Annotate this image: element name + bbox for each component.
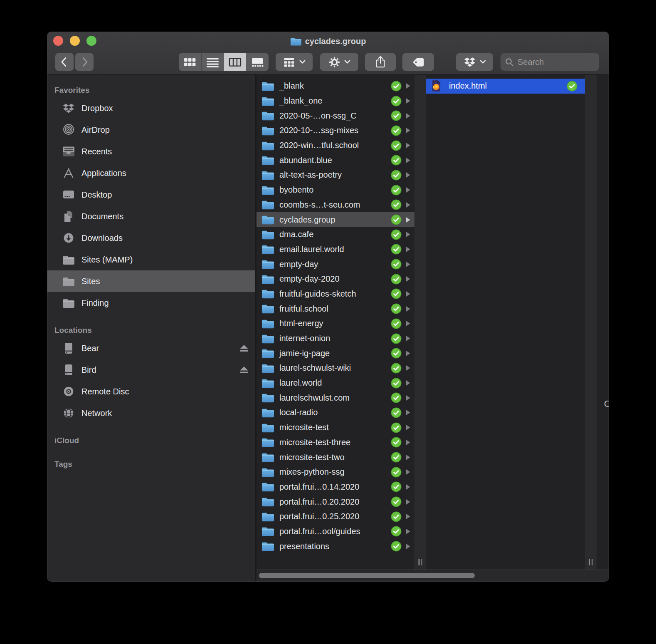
column-resize-handle[interactable] — [589, 559, 593, 565]
column-divider[interactable] — [414, 75, 426, 570]
sidebar-item-applications[interactable]: Applications — [47, 162, 255, 184]
sidebar-item-desktop[interactable]: Desktop — [47, 184, 255, 206]
chevron-right-icon[interactable] — [405, 290, 411, 297]
column-resize-handle[interactable] — [419, 559, 422, 565]
action-button[interactable] — [320, 53, 358, 71]
chevron-right-icon[interactable] — [405, 201, 411, 208]
tags-button[interactable] — [402, 53, 434, 71]
chevron-right-icon[interactable] — [405, 246, 411, 253]
group-button[interactable] — [276, 53, 313, 71]
chevron-right-icon[interactable] — [405, 157, 411, 164]
folder-row[interactable]: internet-onion — [256, 331, 414, 346]
horizontal-scrollbar-track[interactable] — [256, 570, 609, 581]
folder-row[interactable]: fruitful.school — [256, 301, 414, 316]
sidebar-item-documents[interactable]: Documents — [47, 206, 255, 227]
sidebar-item-remote-disc[interactable]: Remote Disc — [47, 381, 255, 402]
sidebar-item-airdrop[interactable]: AirDrop — [47, 119, 255, 141]
folder-row[interactable]: 2020-10-…ssg-mixes — [256, 123, 414, 138]
chevron-right-icon[interactable] — [405, 275, 411, 282]
chevron-right-icon[interactable] — [405, 483, 411, 490]
chevron-right-icon[interactable] — [405, 424, 411, 431]
chevron-right-icon[interactable] — [405, 335, 411, 342]
chevron-right-icon[interactable] — [405, 498, 411, 505]
chevron-right-icon[interactable] — [405, 454, 411, 461]
chevron-right-icon[interactable] — [405, 82, 411, 89]
sidebar-item-downloads[interactable]: Downloads — [47, 227, 255, 249]
folder-row[interactable]: laurel.world — [256, 376, 414, 391]
titlebar[interactable]: cyclades.group — [47, 32, 609, 75]
eject-icon[interactable] — [239, 366, 249, 374]
file-row[interactable]: index.html — [426, 79, 585, 94]
folder-row[interactable]: microsite-test — [256, 420, 414, 435]
folder-row[interactable]: _blank — [256, 79, 414, 94]
sidebar-item-network[interactable]: Network — [47, 402, 255, 424]
search-input[interactable] — [517, 57, 595, 67]
sidebar-item-sites-mamp-[interactable]: Sites (MAMP) — [47, 249, 255, 270]
view-columns-button[interactable] — [224, 53, 247, 71]
share-button[interactable] — [365, 53, 396, 71]
chevron-right-icon[interactable] — [405, 97, 411, 104]
chevron-right-icon[interactable] — [405, 261, 411, 268]
sidebar-item-bear[interactable]: Bear — [47, 337, 255, 359]
eject-icon[interactable] — [239, 344, 249, 353]
folder-row[interactable]: portal.frui…0.14.2020 — [256, 480, 414, 495]
sidebar-item-dropbox[interactable]: Dropbox — [47, 97, 255, 119]
folder-row[interactable]: microsite-test-three — [256, 435, 414, 450]
chevron-right-icon[interactable] — [405, 142, 411, 149]
folder-row[interactable]: abundant.blue — [256, 153, 414, 168]
folder-row[interactable]: alt-text-as-poetry — [256, 168, 414, 183]
folder-row[interactable]: fruitful-guides-sketch — [256, 287, 414, 302]
folder-row[interactable]: dma.cafe — [256, 227, 414, 242]
folder-row[interactable]: portal.frui…0.25.2020 — [256, 509, 414, 524]
chevron-right-icon[interactable] — [405, 127, 411, 134]
search-field[interactable] — [501, 53, 599, 71]
horizontal-scrollbar-thumb[interactable] — [259, 573, 475, 578]
chevron-right-icon[interactable] — [405, 186, 411, 193]
chevron-right-icon[interactable] — [405, 528, 411, 535]
folder-row[interactable]: empty-day-2020 — [256, 272, 414, 287]
chevron-right-icon[interactable] — [405, 320, 411, 327]
folder-row[interactable]: byobento — [256, 183, 414, 198]
folder-row[interactable]: _blank_one — [256, 94, 414, 109]
chevron-right-icon[interactable] — [405, 171, 411, 178]
view-icons-button[interactable] — [179, 53, 201, 71]
folder-row[interactable]: portal.frui…ool/guides — [256, 524, 414, 539]
dropbox-button[interactable] — [456, 53, 493, 71]
folder-row[interactable]: 2020-win…tful.school — [256, 138, 414, 153]
folder-row[interactable]: microsite-test-two — [256, 450, 414, 465]
chevron-right-icon[interactable] — [405, 468, 411, 476]
folder-row[interactable]: laurelschwulst.com — [256, 390, 414, 405]
forward-button[interactable] — [75, 53, 94, 71]
chevron-right-icon[interactable] — [405, 513, 411, 520]
chevron-right-icon[interactable] — [405, 543, 411, 550]
chevron-right-icon[interactable] — [405, 305, 411, 312]
back-button[interactable] — [55, 53, 74, 71]
chevron-right-icon[interactable] — [405, 364, 411, 372]
folder-row[interactable]: mixes-python-ssg — [256, 465, 414, 480]
folder-row[interactable]: email.laurel.world — [256, 242, 414, 257]
folder-row[interactable]: laurel-schwulst-wiki — [256, 361, 414, 376]
chevron-right-icon[interactable] — [405, 439, 411, 446]
folder-row[interactable]: jamie-ig-page — [256, 346, 414, 361]
chevron-right-icon[interactable] — [405, 231, 411, 238]
column-divider[interactable] — [585, 75, 597, 570]
chevron-right-icon[interactable] — [405, 409, 411, 416]
folder-row[interactable]: coombs-s…t-seu.com — [256, 198, 414, 213]
folder-row[interactable]: html-energy — [256, 316, 414, 331]
chevron-right-icon[interactable] — [405, 112, 411, 119]
sidebar-item-bird[interactable]: Bird — [47, 359, 255, 381]
chevron-right-icon[interactable] — [405, 350, 411, 357]
sidebar-item-recents[interactable]: Recents — [47, 141, 255, 162]
folder-row[interactable]: local-radio — [256, 405, 414, 420]
chevron-right-icon[interactable] — [405, 216, 411, 223]
folder-row[interactable]: cyclades.group — [256, 212, 414, 227]
sidebar-item-finding[interactable]: Finding — [47, 292, 255, 314]
folder-row[interactable]: 2020-05-…on-ssg_C — [256, 108, 414, 123]
folder-row[interactable]: empty-day — [256, 257, 414, 272]
folder-row[interactable]: presentations — [256, 539, 414, 554]
folder-row[interactable]: portal.frui…0.20.2020 — [256, 494, 414, 509]
sidebar-item-sites[interactable]: Sites — [47, 270, 255, 292]
view-gallery-button[interactable] — [246, 53, 269, 71]
chevron-right-icon[interactable] — [405, 379, 411, 386]
view-list-button[interactable] — [201, 53, 224, 71]
